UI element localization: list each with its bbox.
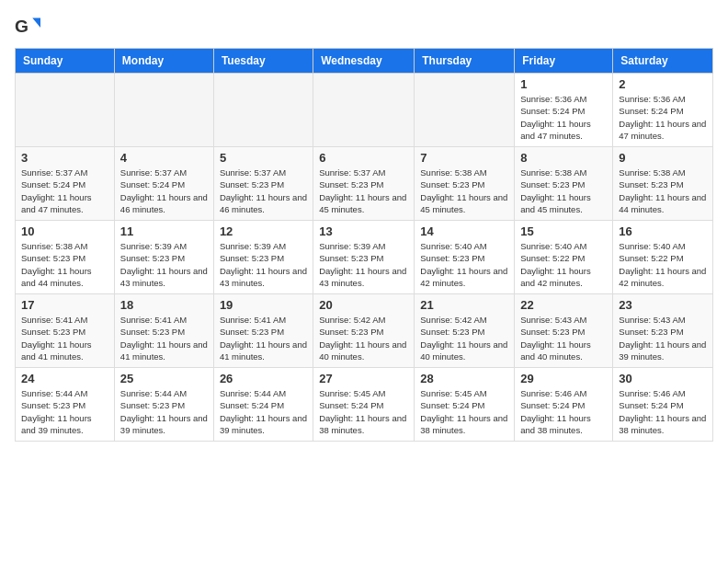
day-number: 22 xyxy=(520,298,607,312)
day-info: Sunrise: 5:40 AM Sunset: 5:22 PM Dayligh… xyxy=(520,240,607,289)
calendar-cell xyxy=(16,74,115,147)
day-number: 10 xyxy=(21,224,108,238)
calendar-cell: 7Sunrise: 5:38 AM Sunset: 5:23 PM Daylig… xyxy=(415,147,515,221)
day-number: 4 xyxy=(120,151,208,165)
calendar-cell: 24Sunrise: 5:44 AM Sunset: 5:23 PM Dayli… xyxy=(16,368,115,442)
day-number: 29 xyxy=(520,372,607,385)
day-number: 26 xyxy=(220,372,307,385)
header: G xyxy=(15,15,713,40)
calendar-cell xyxy=(114,74,213,147)
calendar-cell: 27Sunrise: 5:45 AM Sunset: 5:24 PM Dayli… xyxy=(313,368,415,442)
day-number: 27 xyxy=(319,372,408,385)
day-info: Sunrise: 5:40 AM Sunset: 5:22 PM Dayligh… xyxy=(619,240,707,289)
day-number: 7 xyxy=(420,151,508,165)
day-number: 24 xyxy=(21,372,108,385)
calendar-cell: 9Sunrise: 5:38 AM Sunset: 5:23 PM Daylig… xyxy=(613,147,713,221)
calendar-cell: 29Sunrise: 5:46 AM Sunset: 5:24 PM Dayli… xyxy=(515,368,613,442)
day-info: Sunrise: 5:44 AM Sunset: 5:23 PM Dayligh… xyxy=(120,387,208,436)
day-number: 14 xyxy=(420,224,508,238)
calendar-cell: 16Sunrise: 5:40 AM Sunset: 5:22 PM Dayli… xyxy=(613,221,713,294)
day-info: Sunrise: 5:41 AM Sunset: 5:23 PM Dayligh… xyxy=(21,314,108,362)
calendar-cell: 5Sunrise: 5:37 AM Sunset: 5:23 PM Daylig… xyxy=(213,147,313,221)
weekday-header-tuesday: Tuesday xyxy=(213,49,313,74)
day-number: 11 xyxy=(120,224,208,238)
day-info: Sunrise: 5:37 AM Sunset: 5:24 PM Dayligh… xyxy=(120,167,208,215)
calendar-cell: 19Sunrise: 5:41 AM Sunset: 5:23 PM Dayli… xyxy=(213,294,313,368)
day-number: 8 xyxy=(520,151,607,165)
day-number: 21 xyxy=(420,298,508,312)
day-number: 16 xyxy=(619,224,707,238)
calendar-week-1: 1Sunrise: 5:36 AM Sunset: 5:24 PM Daylig… xyxy=(16,74,713,147)
day-number: 9 xyxy=(619,151,707,165)
weekday-header-saturday: Saturday xyxy=(613,49,713,74)
day-info: Sunrise: 5:38 AM Sunset: 5:23 PM Dayligh… xyxy=(520,167,607,215)
calendar-cell: 18Sunrise: 5:41 AM Sunset: 5:23 PM Dayli… xyxy=(114,294,213,368)
day-number: 17 xyxy=(21,298,108,312)
calendar-table: SundayMondayTuesdayWednesdayThursdayFrid… xyxy=(15,48,713,442)
calendar-cell xyxy=(313,74,415,147)
day-info: Sunrise: 5:40 AM Sunset: 5:23 PM Dayligh… xyxy=(420,240,508,289)
calendar-cell: 12Sunrise: 5:39 AM Sunset: 5:23 PM Dayli… xyxy=(213,221,313,294)
day-info: Sunrise: 5:37 AM Sunset: 5:23 PM Dayligh… xyxy=(319,167,408,215)
calendar-cell: 30Sunrise: 5:46 AM Sunset: 5:24 PM Dayli… xyxy=(613,368,713,442)
day-info: Sunrise: 5:45 AM Sunset: 5:24 PM Dayligh… xyxy=(420,387,508,436)
calendar-cell: 26Sunrise: 5:44 AM Sunset: 5:24 PM Dayli… xyxy=(213,368,313,442)
calendar-cell: 14Sunrise: 5:40 AM Sunset: 5:23 PM Dayli… xyxy=(415,221,515,294)
calendar-cell: 28Sunrise: 5:45 AM Sunset: 5:24 PM Dayli… xyxy=(415,368,515,442)
calendar-cell: 25Sunrise: 5:44 AM Sunset: 5:23 PM Dayli… xyxy=(114,368,213,442)
day-number: 19 xyxy=(220,298,307,312)
day-info: Sunrise: 5:36 AM Sunset: 5:24 PM Dayligh… xyxy=(619,93,707,142)
day-info: Sunrise: 5:46 AM Sunset: 5:24 PM Dayligh… xyxy=(520,387,607,436)
day-info: Sunrise: 5:46 AM Sunset: 5:24 PM Dayligh… xyxy=(619,387,707,436)
weekday-header-thursday: Thursday xyxy=(415,49,515,74)
day-number: 3 xyxy=(21,151,108,165)
day-number: 15 xyxy=(520,224,607,238)
svg-marker-1 xyxy=(32,18,40,29)
day-number: 6 xyxy=(319,151,408,165)
day-info: Sunrise: 5:39 AM Sunset: 5:23 PM Dayligh… xyxy=(319,240,408,289)
day-info: Sunrise: 5:44 AM Sunset: 5:23 PM Dayligh… xyxy=(21,387,108,436)
day-number: 2 xyxy=(619,77,707,91)
weekday-header-sunday: Sunday xyxy=(16,49,115,74)
day-number: 30 xyxy=(619,372,707,385)
calendar-week-4: 17Sunrise: 5:41 AM Sunset: 5:23 PM Dayli… xyxy=(16,294,713,368)
day-number: 5 xyxy=(220,151,307,165)
day-info: Sunrise: 5:45 AM Sunset: 5:24 PM Dayligh… xyxy=(319,387,408,436)
calendar-week-2: 3Sunrise: 5:37 AM Sunset: 5:24 PM Daylig… xyxy=(16,147,713,221)
calendar-cell: 13Sunrise: 5:39 AM Sunset: 5:23 PM Dayli… xyxy=(313,221,415,294)
day-info: Sunrise: 5:43 AM Sunset: 5:23 PM Dayligh… xyxy=(619,314,707,362)
svg-text:G: G xyxy=(15,17,28,36)
calendar-cell: 2Sunrise: 5:36 AM Sunset: 5:24 PM Daylig… xyxy=(613,74,713,147)
calendar-cell: 22Sunrise: 5:43 AM Sunset: 5:23 PM Dayli… xyxy=(515,294,613,368)
day-info: Sunrise: 5:43 AM Sunset: 5:23 PM Dayligh… xyxy=(520,314,607,362)
day-info: Sunrise: 5:42 AM Sunset: 5:23 PM Dayligh… xyxy=(420,314,508,362)
day-info: Sunrise: 5:42 AM Sunset: 5:23 PM Dayligh… xyxy=(319,314,408,362)
day-info: Sunrise: 5:38 AM Sunset: 5:23 PM Dayligh… xyxy=(21,240,108,289)
calendar-cell: 6Sunrise: 5:37 AM Sunset: 5:23 PM Daylig… xyxy=(313,147,415,221)
day-number: 23 xyxy=(619,298,707,312)
day-info: Sunrise: 5:38 AM Sunset: 5:23 PM Dayligh… xyxy=(420,167,508,215)
calendar-cell: 11Sunrise: 5:39 AM Sunset: 5:23 PM Dayli… xyxy=(114,221,213,294)
day-info: Sunrise: 5:37 AM Sunset: 5:23 PM Dayligh… xyxy=(220,167,307,215)
day-number: 13 xyxy=(319,224,408,238)
calendar-cell: 15Sunrise: 5:40 AM Sunset: 5:22 PM Dayli… xyxy=(515,221,613,294)
calendar-week-3: 10Sunrise: 5:38 AM Sunset: 5:23 PM Dayli… xyxy=(16,221,713,294)
day-number: 28 xyxy=(420,372,508,385)
weekday-header-friday: Friday xyxy=(515,49,613,74)
weekday-header-row: SundayMondayTuesdayWednesdayThursdayFrid… xyxy=(16,49,713,74)
day-info: Sunrise: 5:39 AM Sunset: 5:23 PM Dayligh… xyxy=(220,240,307,289)
logo-icon: G xyxy=(15,15,40,40)
logo: G xyxy=(15,15,44,40)
day-number: 1 xyxy=(520,77,607,91)
weekday-header-wednesday: Wednesday xyxy=(313,49,415,74)
day-info: Sunrise: 5:39 AM Sunset: 5:23 PM Dayligh… xyxy=(120,240,208,289)
calendar-week-5: 24Sunrise: 5:44 AM Sunset: 5:23 PM Dayli… xyxy=(16,368,713,442)
calendar-body: 1Sunrise: 5:36 AM Sunset: 5:24 PM Daylig… xyxy=(16,74,713,442)
day-number: 12 xyxy=(220,224,307,238)
day-number: 18 xyxy=(120,298,208,312)
calendar-cell: 4Sunrise: 5:37 AM Sunset: 5:24 PM Daylig… xyxy=(114,147,213,221)
day-info: Sunrise: 5:41 AM Sunset: 5:23 PM Dayligh… xyxy=(220,314,307,362)
calendar-cell: 10Sunrise: 5:38 AM Sunset: 5:23 PM Dayli… xyxy=(16,221,115,294)
day-info: Sunrise: 5:36 AM Sunset: 5:24 PM Dayligh… xyxy=(520,93,607,142)
calendar-cell: 8Sunrise: 5:38 AM Sunset: 5:23 PM Daylig… xyxy=(515,147,613,221)
